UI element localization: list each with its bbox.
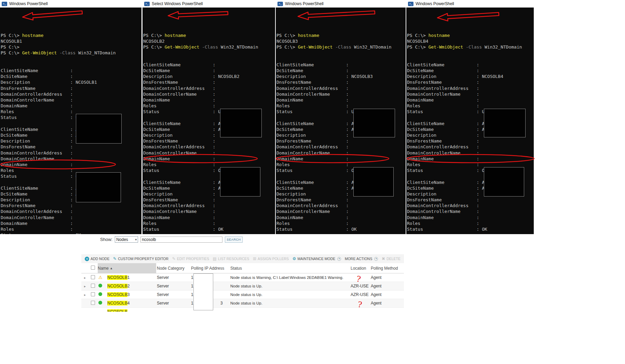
powershell-icon	[2, 2, 7, 6]
terminal-text: DnsForestName :	[276, 138, 351, 144]
terminal-text: NCOSOLB4	[407, 39, 429, 44]
assign-pollers-button[interactable]: ASSIGN POLLERS	[253, 257, 289, 261]
terminal-line: ClientSiteName :	[143, 62, 275, 68]
terminal-line: Roles :	[276, 103, 406, 109]
custom-property-editor-button[interactable]: CUSTOM PROPERTY EDITOR	[113, 257, 168, 261]
terminal-text: Description :	[1, 138, 76, 144]
row-checkbox[interactable]	[91, 301, 95, 305]
node-name-link[interactable]: NCOSOLB1	[107, 275, 156, 280]
terminal-text: DnsForestName :	[143, 197, 218, 202]
header-polling-ip[interactable]: Polling IP Address	[190, 266, 230, 271]
expand-cell	[81, 292, 89, 297]
select-all-checkbox[interactable]	[91, 266, 95, 270]
terminal-text: Roles :	[143, 221, 218, 226]
row-checkbox[interactable]	[91, 292, 95, 296]
terminal-text: Get-WmiObject	[429, 44, 466, 50]
powershell-icon	[408, 2, 413, 6]
delete-button[interactable]: DELETE	[382, 257, 400, 261]
terminal-line: DomainControllerAddress :	[407, 144, 534, 150]
redaction-box	[76, 172, 121, 202]
terminal-text: PS C:\>	[407, 44, 429, 50]
window-titlebar[interactable]: Windows PowerShell	[276, 0, 406, 8]
terminal-text: DomainControllerName :	[1, 215, 76, 220]
terminal-text: DomainControllerAddress :	[143, 203, 218, 208]
maintenance-mode-icon	[293, 257, 296, 261]
terminal-line: DcSiteName :	[276, 68, 406, 73]
row-checkbox[interactable]	[91, 284, 95, 288]
node-search-input[interactable]	[140, 237, 222, 243]
terminal-body-3[interactable]: PS C:\> hostnameNCOSOLB3PS C:\> Get-WmiO…	[276, 8, 406, 234]
terminal-text: Win32_NTDomain	[354, 44, 392, 50]
ip-redaction-box	[193, 273, 213, 310]
edit-properties-button[interactable]: EDIT PROPERTIES	[172, 257, 209, 261]
header-node-category[interactable]: Node Category	[156, 266, 190, 271]
expand-arrow-icon[interactable]	[82, 284, 86, 288]
terminal-text: NCOSOLB3	[276, 39, 298, 44]
node-category-cell: Server	[156, 275, 190, 280]
list-resources-button[interactable]: LIST RESOURCES	[213, 257, 249, 261]
terminal-text: ClientSiteName :	[1, 68, 76, 73]
terminal-text: DomainName :	[276, 97, 351, 103]
header-name[interactable]: Name	[98, 263, 156, 273]
expand-arrow-icon[interactable]	[82, 276, 86, 280]
terminal-text: Status : OK	[407, 227, 487, 232]
terminal-text: DomainControllerAddress :	[1, 92, 76, 97]
show-dropdown[interactable]: Nodes ▾	[115, 236, 138, 243]
location-cell: AZR-USE	[347, 292, 370, 297]
terminal-text: Description :	[1, 197, 76, 202]
search-button[interactable]: SEARCH	[225, 237, 243, 243]
node-name-highlight: NCOSOLB	[107, 301, 127, 306]
expand-arrow-icon[interactable]	[82, 293, 86, 297]
terminal-line: DomainControllerName :	[276, 150, 406, 156]
terminal-body-1[interactable]: PS C:\> hostnameNCOSOLB1PS C:\>PS C:\> G…	[0, 8, 141, 234]
assign-pollers-icon	[253, 257, 256, 261]
terminal-line: NCOSOLB2	[143, 38, 275, 44]
terminal-text: DnsForestName :	[276, 80, 351, 85]
terminal-line	[143, 56, 275, 62]
terminal-line: DomainName :	[407, 97, 534, 103]
terminal-text: Status : OK	[1, 174, 81, 179]
polling-method-cell: Agent	[370, 292, 404, 297]
window-title: Windows PowerShell	[285, 1, 324, 6]
add-node-button-label: ADD NODE	[91, 257, 109, 261]
terminal-line: DomainName :	[407, 156, 534, 162]
terminal-line: ClientSiteName :	[407, 62, 534, 68]
polling-method-cell: Agent	[370, 275, 404, 280]
header-polling-method[interactable]: Polling Method	[370, 266, 404, 271]
terminal-text: hostname	[298, 33, 320, 38]
terminal-line	[276, 56, 406, 62]
maintenance-mode-button[interactable]: MAINTENANCE MODE	[293, 257, 341, 261]
terminal-body-4[interactable]: PS C:\> hostnameNCOSOLB4PS C:\> Get-WmiO…	[406, 8, 534, 234]
powershell-window-3: Windows PowerShell PS C:\> hostnameNCOSO…	[276, 0, 406, 234]
terminal-text: PS C:\>	[143, 44, 165, 50]
window-titlebar[interactable]: Windows PowerShell	[406, 0, 534, 8]
window-titlebar[interactable]: Windows PowerShell	[0, 0, 141, 8]
terminal-text: PS C:\>	[276, 44, 298, 50]
terminal-line: DomainName :	[1, 162, 141, 167]
terminal-line: DnsForestName :	[143, 79, 275, 85]
node-rows: NCOSOLB1Server1Node status is Warning, C…	[81, 273, 404, 312]
terminal-text: -Class	[335, 44, 354, 50]
powershell-window-4: Windows PowerShell PS C:\> hostnameNCOSO…	[406, 0, 534, 234]
node-name-link[interactable]: NCOSOLB2	[107, 284, 156, 288]
terminal-body-2[interactable]: PS C:\> hostnameNCOSOLB2PS C:\> Get-WmiO…	[142, 8, 275, 234]
add-node-button[interactable]: ADD NODE	[85, 257, 109, 261]
header-location[interactable]: Location	[347, 266, 370, 271]
terminal-text: Win32_NTDomain	[485, 44, 522, 50]
node-name-link[interactable]: NCOSOLB4	[107, 301, 156, 306]
location-cell: AZR-USE	[347, 284, 370, 288]
row-checkbox[interactable]	[91, 275, 95, 279]
terminal-text: DomainControllerAddress :	[407, 144, 482, 149]
node-name-link[interactable]: NCOSOLB3	[107, 292, 156, 297]
header-status[interactable]: Status	[230, 266, 347, 271]
window-title: Windows PowerShell	[9, 1, 48, 6]
terminal-text: PS C:\>	[1, 50, 22, 55]
expand-cell	[81, 284, 89, 288]
more-actions-button[interactable]: MORE ACTIONS	[345, 257, 378, 261]
terminal-text: Status : OK	[407, 168, 487, 173]
window-titlebar[interactable]: Select Windows PowerShell	[142, 0, 275, 8]
status-up-icon	[98, 284, 102, 287]
terminal-line: DomainControllerAddress :	[407, 85, 534, 91]
terminal-text: DcSiteName :	[407, 68, 482, 73]
terminal-text: DomainControllerName :	[407, 150, 482, 156]
